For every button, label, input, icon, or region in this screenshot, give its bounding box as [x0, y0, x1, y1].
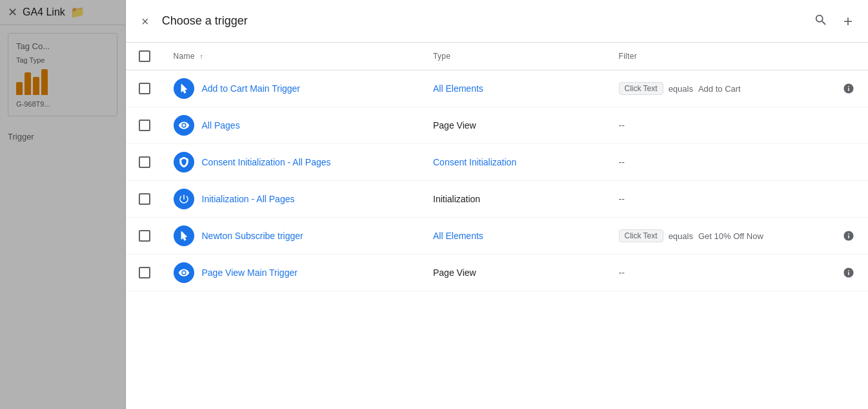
row-type-cell: Consent Initialization	[423, 144, 609, 181]
row-checkbox[interactable]	[139, 156, 150, 168]
row-filter-cell: --	[609, 181, 869, 218]
table-row[interactable]: Consent Initialization - All Pages Conse…	[126, 144, 868, 181]
filter-value: Get 10% Off Now	[698, 231, 763, 241]
filter-cell: Click TextequalsAdd to Cart	[619, 79, 858, 98]
trigger-type-icon	[174, 262, 194, 283]
row-filter-cell: Click TextequalsAdd to Cart	[609, 70, 869, 107]
trigger-name-link[interactable]: Page View Main Trigger	[202, 267, 298, 278]
row-checkbox-wrap	[136, 267, 153, 278]
dialog-header-actions: +	[811, 10, 855, 32]
row-name-cell: Newton Subscribe trigger	[163, 218, 423, 255]
row-checkbox-cell	[126, 218, 163, 255]
th-name-label: Name	[174, 52, 195, 61]
row-checkbox[interactable]	[139, 120, 150, 131]
trigger-type-icon	[174, 189, 194, 209]
row-checkbox-cell	[126, 144, 163, 181]
row-checkbox-cell	[126, 70, 163, 107]
trigger-type-icon	[174, 78, 194, 99]
th-name: Name ↑	[163, 43, 423, 70]
row-checkbox-wrap	[136, 83, 153, 94]
table-row[interactable]: Newton Subscribe trigger All ElementsCli…	[126, 218, 868, 255]
filter-dash: --	[619, 267, 625, 278]
th-type-label: Type	[433, 52, 450, 61]
trigger-type-label: All Elements	[433, 231, 483, 241]
table-row[interactable]: All Pages Page View--	[126, 107, 868, 144]
trigger-name-cell: Page View Main Trigger	[174, 262, 413, 283]
row-checkbox-wrap	[136, 230, 153, 242]
trigger-type-label: Page View	[433, 267, 476, 278]
row-filter-cell: --	[609, 255, 869, 291]
info-icon-button[interactable]	[840, 264, 858, 282]
sort-arrow-icon: ↑	[199, 52, 203, 60]
row-name-cell: Initialization - All Pages	[163, 181, 423, 218]
dialog-title: Choose a trigger	[162, 14, 811, 28]
filter-cell: --	[619, 120, 858, 131]
info-icon	[843, 83, 854, 94]
filter-value: Add to Cart	[698, 84, 741, 94]
trigger-name-link[interactable]: Add to Cart Main Trigger	[202, 83, 301, 94]
row-type-cell: Initialization	[423, 181, 609, 218]
trigger-type-label: All Elements	[433, 83, 483, 94]
info-icon	[843, 230, 854, 242]
add-trigger-button[interactable]: +	[841, 11, 855, 32]
row-filter-cell: Click TextequalsGet 10% Off Now	[609, 218, 869, 255]
trigger-type-icon	[174, 115, 194, 136]
row-name-cell: All Pages	[163, 107, 423, 144]
trigger-type-icon	[174, 152, 194, 173]
table-row[interactable]: Initialization - All Pages Initializatio…	[126, 181, 868, 218]
row-checkbox[interactable]	[139, 230, 150, 242]
filter-cell: --	[619, 194, 858, 204]
header-checkbox-wrap	[136, 50, 153, 62]
row-checkbox-cell	[126, 107, 163, 144]
filter-badge: Click Text	[619, 229, 663, 242]
table-row[interactable]: Page View Main Trigger Page View--	[126, 255, 868, 291]
th-filter: Filter	[609, 43, 869, 70]
filter-dash: --	[619, 194, 625, 204]
row-checkbox-cell	[126, 181, 163, 218]
row-checkbox[interactable]	[139, 193, 150, 205]
dialog-close-button[interactable]: ×	[139, 12, 152, 30]
info-icon-button[interactable]	[840, 79, 858, 98]
trigger-type-label: Page View	[433, 120, 476, 131]
header-checkbox[interactable]	[139, 50, 150, 62]
row-checkbox-wrap	[136, 156, 153, 168]
row-checkbox-cell	[126, 255, 163, 291]
search-button[interactable]	[811, 10, 831, 32]
table-header: Name ↑ Type Filter	[126, 43, 868, 70]
filter-dash: --	[619, 120, 625, 131]
search-icon	[814, 13, 828, 27]
trigger-name-cell: Initialization - All Pages	[174, 189, 413, 209]
dialog-header: × Choose a trigger +	[126, 0, 868, 43]
th-type: Type	[423, 43, 609, 70]
table-row[interactable]: Add to Cart Main Trigger All ElementsCli…	[126, 70, 868, 107]
row-checkbox[interactable]	[139, 83, 150, 94]
row-checkbox-wrap	[136, 120, 153, 131]
row-filter-cell: --	[609, 107, 869, 144]
trigger-name-link[interactable]: Newton Subscribe trigger	[202, 231, 303, 241]
filter-cell: --	[619, 157, 858, 167]
row-checkbox[interactable]	[139, 267, 150, 278]
info-icon-button[interactable]	[840, 227, 858, 245]
row-name-cell: Consent Initialization - All Pages	[163, 144, 423, 181]
filter-cell: --	[619, 264, 858, 282]
filter-badge: Click Text	[619, 82, 663, 95]
filter-cell: Click TextequalsGet 10% Off Now	[619, 227, 858, 245]
trigger-name-cell: All Pages	[174, 115, 413, 136]
row-name-cell: Add to Cart Main Trigger	[163, 70, 423, 107]
trigger-name-cell: Newton Subscribe trigger	[174, 225, 413, 246]
trigger-name-cell: Consent Initialization - All Pages	[174, 152, 413, 173]
row-type-cell: Page View	[423, 255, 609, 291]
row-type-cell: All Elements	[423, 70, 609, 107]
table-body: Add to Cart Main Trigger All ElementsCli…	[126, 70, 868, 291]
triggers-table-container: Name ↑ Type Filter Add to Cart Main Trig…	[126, 43, 868, 409]
row-type-cell: All Elements	[423, 218, 609, 255]
trigger-name-link[interactable]: Initialization - All Pages	[202, 194, 295, 204]
trigger-name-link[interactable]: Consent Initialization - All Pages	[202, 157, 331, 167]
row-filter-cell: --	[609, 144, 869, 181]
filter-dash: --	[619, 157, 625, 167]
trigger-name-link[interactable]: All Pages	[202, 120, 240, 131]
row-name-cell: Page View Main Trigger	[163, 255, 423, 291]
row-type-cell: Page View	[423, 107, 609, 144]
info-icon	[843, 267, 854, 278]
trigger-type-label: Initialization	[433, 194, 480, 204]
